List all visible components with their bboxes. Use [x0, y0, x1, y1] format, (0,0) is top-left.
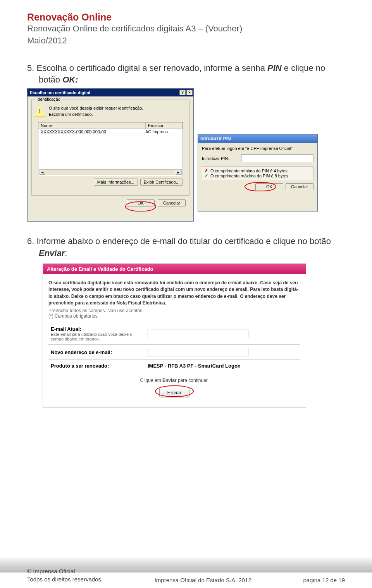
pin-input[interactable] [241, 155, 313, 162]
doc-subtitle: Renovação Online de certificados digitai… [27, 23, 345, 35]
cross-icon: ✗ [205, 168, 208, 173]
scroll-left[interactable]: ◄ [40, 170, 45, 175]
help-button[interactable]: ? [179, 90, 186, 95]
enviar-button[interactable]: Enviar [159, 388, 190, 397]
ident-text: O site que você deseja exibir requer ide… [49, 105, 143, 117]
input-novo-email[interactable] [148, 348, 248, 356]
step-5-ok: OK: [62, 75, 78, 84]
step-6-text: 6. Informe abaixo o endereço de e-mail d… [27, 236, 345, 260]
ident-groupbox: Identificação ! O site que você deseja e… [31, 100, 189, 196]
pin-titlebar: Introduzir PIN [198, 134, 317, 143]
row-novo-email: Novo endereço de e-mail: [48, 345, 300, 360]
rights: Todos os direitos reservados. [27, 575, 103, 583]
step-5-body-1: Escolha o certificado digital a ser reno… [36, 63, 267, 73]
label-produto: Produto a ser renovado: [51, 363, 109, 369]
cancel-button[interactable]: Cancelar [158, 199, 186, 206]
page-footer: © Imprensa Oficial Todos os direitos res… [0, 567, 372, 583]
doc-date: Maio/2012 [27, 35, 345, 47]
copyright: © Imprensa Oficial [27, 567, 103, 575]
input-email-atual[interactable] [148, 330, 248, 338]
doc-header: Renovação Online Renovação Online de cer… [27, 12, 345, 47]
value-produto: IMESP - RFB A3 PF - SmartCard Logon [148, 363, 241, 369]
col-emissor[interactable]: Emissor [146, 122, 183, 129]
foot-bold: Enviar [162, 378, 177, 383]
dialogs-area: Escolha um certificado digital ? × Ident… [27, 88, 345, 224]
step-5-pin: PIN [267, 63, 282, 73]
form-note2: (*) Campos obrigatórios [48, 313, 300, 319]
warning-icon: ! [34, 105, 46, 117]
foot-post: para continuar. [177, 378, 209, 383]
doc-title: Renovação Online [27, 12, 345, 23]
scroll-track[interactable] [45, 170, 176, 175]
cert-name: XXXXXXXXXXXX-000.000.000-00 [41, 129, 145, 134]
step-6-body-2: : [65, 248, 67, 258]
h-scrollbar[interactable]: ◄ ► [39, 169, 182, 175]
form-fields: E-mail Atual: Este email será utilizado … [48, 323, 300, 372]
cert-issuer: AC Imprens [145, 129, 180, 134]
row-email-atual: E-mail Atual: Este email será utilizado … [48, 323, 300, 345]
step-6-body-1: Informe abaixo o endereço de e-mail do t… [36, 236, 331, 246]
pin-label: Introduzir PIN: [202, 156, 239, 161]
form-note1: Preencha todos os campos. Não use acento… [48, 308, 300, 313]
form-description: O seu certificado digital que você está … [48, 280, 300, 307]
ident-line2: Escolha um certificado. [49, 112, 93, 117]
cert-listview[interactable]: Nome Emissor XXXXXXXXXXXX-000.000.000-00… [38, 122, 183, 176]
pin-instruction: Para efetuar logon em "e-CPF Imprensa Of… [202, 146, 313, 151]
label-novo-email: Novo endereço de e-mail: [51, 349, 112, 355]
scroll-right[interactable]: ► [176, 170, 181, 175]
pin-rules-box: ✗O comprimento mínimo do PIN é 4 bytes ✓… [202, 166, 313, 180]
dialog-title: Escolha um certificado digital [30, 90, 90, 95]
pin-dialog: Introduzir PIN Para efetuar logon em "e-… [198, 134, 318, 211]
foot-pre: Clique em [140, 378, 162, 383]
ident-line1: O site que você deseja exibir requer ide… [49, 106, 143, 110]
close-button[interactable]: × [186, 90, 193, 95]
form-header: Alteração de Email e Validade do Certifi… [43, 264, 306, 274]
form-footer-text: Clique em Enviar para continuar. [48, 372, 300, 385]
cert-select-dialog: Escolha um certificado digital ? × Ident… [27, 88, 194, 222]
ok-button[interactable]: OK [127, 199, 155, 206]
pin-cancel-button[interactable]: Cancelar [286, 183, 313, 190]
check-icon: ✓ [205, 173, 208, 178]
pin-rule-min: O comprimento mínimo do PIN é 4 bytes [210, 168, 288, 173]
col-nome[interactable]: Nome [38, 122, 146, 129]
step-6-enviar: Enviar [39, 248, 65, 258]
row-produto: Produto a ser renovado: IMESP - RFB A3 P… [48, 360, 300, 372]
group-label: Identificação [35, 97, 62, 101]
form-desc-text: O seu certificado digital que você está … [48, 280, 298, 306]
step-6-num: 6. [27, 236, 34, 246]
show-cert-button[interactable]: Exibir Certificado... [140, 179, 183, 186]
pin-rule-max: O comprimento máximo do PIN é 8 bytes [210, 174, 288, 178]
label-email-atual: E-mail Atual: [51, 326, 81, 332]
footer-center: Imprensa Oficial do Estado S.A. 2012 [155, 577, 251, 583]
page-number: página 12 de 19 [303, 577, 345, 583]
pin-title: Introduzir PIN [200, 136, 231, 141]
pin-ok-button[interactable]: OK [255, 183, 283, 190]
step-5-num: 5. [27, 63, 34, 73]
dialog-titlebar: Escolha um certificado digital ? × [28, 89, 193, 96]
more-info-button[interactable]: Mais Informações... [94, 179, 138, 186]
step-5-text: 5. Escolha o certificado digital a ser r… [27, 62, 345, 86]
cert-row[interactable]: XXXXXXXXXXXX-000.000.000-00 AC Imprens [38, 129, 183, 134]
sub-email-atual: Este email será utilizado caso você deix… [51, 332, 143, 341]
email-form-card: Alteração de Email e Validade do Certifi… [43, 263, 306, 408]
